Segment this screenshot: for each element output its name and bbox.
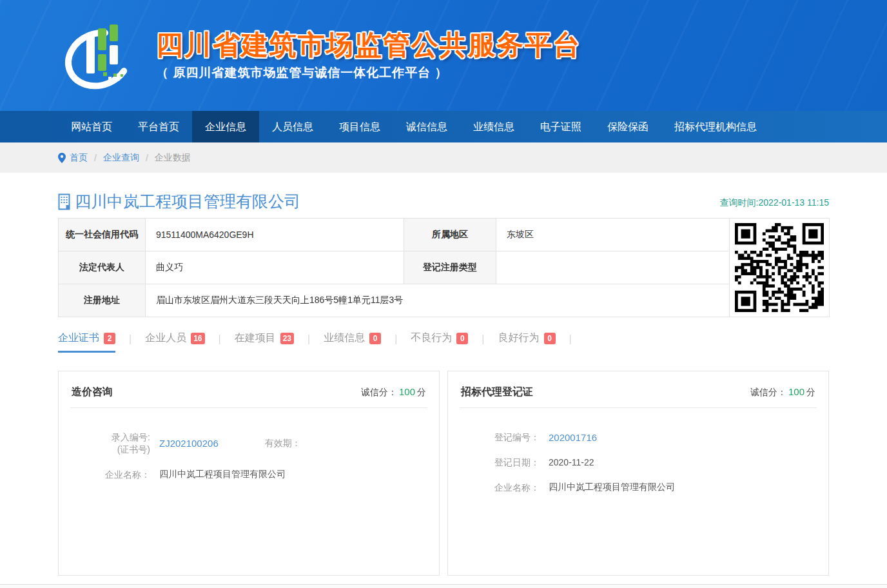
- tab-separator: |: [219, 331, 221, 347]
- breadcrumb-enterprise-query-link[interactable]: 企业查询: [103, 152, 139, 164]
- tab-separator: |: [569, 331, 572, 347]
- nav-item-personnel-info[interactable]: 人员信息: [259, 111, 326, 142]
- count-badge: 0: [456, 333, 468, 344]
- address-value: 眉山市东坡区眉州大道东三段天天向上186号5幢1单元11层3号: [146, 284, 730, 317]
- qr-code-cell: [730, 219, 830, 317]
- address-label: 注册地址: [59, 284, 146, 317]
- validity-label: 有效期：: [265, 437, 301, 449]
- count-badge: 16: [191, 333, 204, 344]
- region-label: 所属地区: [404, 219, 496, 251]
- main-content: 四川中岚工程项目管理有限公司 查询时间:2022-01-13 11:15 统一社…: [58, 191, 829, 576]
- nav-item-bidding-agency-info[interactable]: 招标代理机构信息: [661, 111, 770, 142]
- detail-tabs: 企业证书 2 | 企业人员 16 | 在建项目 23 | 业绩信息 0 | 不良…: [58, 331, 829, 353]
- breadcrumb: 首页 / 企业查询 / 企业数据: [0, 142, 887, 173]
- table-row: 法定代表人 曲义巧 登记注册类型: [59, 251, 830, 284]
- region-value: 东坡区: [496, 219, 730, 251]
- tab-separator: |: [395, 331, 397, 347]
- registration-date-label: 登记日期：: [478, 456, 540, 469]
- tab-enterprise-personnel[interactable]: 企业人员 16: [145, 331, 204, 353]
- tab-performance-info[interactable]: 业绩信息 0: [324, 331, 381, 353]
- credit-score: 诚信分：100分: [750, 386, 815, 398]
- count-badge: 0: [544, 333, 556, 344]
- registration-number-link[interactable]: 202001716: [549, 432, 597, 443]
- tab-projects-under-construction[interactable]: 在建项目 23: [235, 331, 294, 353]
- credit-code-label: 统一社会信用代码: [59, 219, 146, 251]
- nav-item-performance-info[interactable]: 业绩信息: [460, 111, 527, 142]
- breadcrumb-separator: /: [146, 153, 148, 163]
- legal-rep-value: 曲义巧: [146, 251, 404, 284]
- page-footer: [0, 584, 887, 588]
- tab-separator: |: [129, 331, 132, 347]
- tab-enterprise-certificates[interactable]: 企业证书 2: [58, 331, 115, 353]
- count-badge: 23: [280, 333, 294, 344]
- tab-separator: |: [307, 331, 310, 347]
- nav-item-e-certificate[interactable]: 电子证照: [527, 111, 594, 142]
- site-subtitle: （ 原四川省建筑市场监管与诚信一体化工作平台 ）: [156, 64, 581, 81]
- registration-date-value: 2020-11-22: [549, 457, 594, 467]
- query-time: 查询时间:2022-01-13 11:15: [720, 197, 829, 212]
- company-name-label: 企业名称：: [88, 469, 150, 481]
- card-title: 造价咨询: [72, 386, 113, 399]
- company-name-label: 企业名称：: [478, 482, 540, 494]
- table-row: 统一社会信用代码 91511400MA6420GE9H 所属地区 东坡区: [59, 219, 830, 251]
- nav-item-site-home[interactable]: 网站首页: [58, 111, 125, 142]
- breadcrumb-current: 企业数据: [155, 152, 191, 164]
- credit-score: 诚信分：100分: [361, 386, 426, 398]
- nav-item-insurance-guarantee[interactable]: 保险保函: [594, 111, 661, 142]
- nav-item-platform-home[interactable]: 平台首页: [125, 111, 192, 142]
- company-name: 四川中岚工程项目管理有限公司: [75, 191, 300, 212]
- company-name-value: 四川中岚工程项目管理有限公司: [549, 482, 675, 493]
- tab-good-behavior[interactable]: 良好行为 0: [498, 331, 556, 353]
- count-badge: 2: [104, 333, 115, 344]
- platform-logo-icon: [58, 15, 139, 97]
- nav-item-credit-info[interactable]: 诚信信息: [393, 111, 460, 142]
- count-badge: 0: [369, 333, 381, 344]
- registration-number-label: 登记编号：: [478, 431, 540, 444]
- main-nav: 网站首页 平台首页 企业信息 人员信息 项目信息 诚信信息 业绩信息 电子证照 …: [0, 111, 887, 142]
- company-name-value: 四川中岚工程项目管理有限公司: [159, 469, 286, 480]
- site-header: 四川省建筑市场监管公共服务平台 （ 原四川省建筑市场监管与诚信一体化工作平台 ）: [0, 0, 887, 111]
- entry-number-label: 录入编号: (证书号): [88, 431, 150, 456]
- site-title: 四川省建筑市场监管公共服务平台: [156, 31, 581, 59]
- qr-code-image: [735, 223, 824, 312]
- legal-rep-label: 法定代表人: [59, 251, 146, 284]
- card-bidding-agency-registration: 招标代理登记证 诚信分：100分 登记编号： 202001716 登记日期： 2…: [447, 371, 829, 576]
- credit-code-value: 91511400MA6420GE9H: [146, 219, 404, 251]
- nav-item-enterprise-info[interactable]: 企业信息: [192, 111, 259, 142]
- breadcrumb-separator: /: [94, 153, 97, 163]
- breadcrumb-home-link[interactable]: 首页: [70, 152, 88, 164]
- card-title: 招标代理登记证: [461, 386, 533, 399]
- table-row: 注册地址 眉山市东坡区眉州大道东三段天天向上186号5幢1单元11层3号: [59, 284, 830, 317]
- entry-number-link[interactable]: ZJ202100206: [159, 438, 219, 449]
- building-icon: [58, 193, 72, 210]
- card-cost-consulting: 造价咨询 诚信分：100分 录入编号: (证书号) ZJ202100206 有效…: [58, 371, 440, 576]
- tab-bad-behavior[interactable]: 不良行为 0: [411, 331, 468, 353]
- reg-type-label: 登记注册类型: [404, 251, 496, 284]
- tab-separator: |: [482, 331, 484, 347]
- nav-item-project-info[interactable]: 项目信息: [326, 111, 393, 142]
- company-info-table: 统一社会信用代码 91511400MA6420GE9H 所属地区 东坡区 法定代…: [58, 218, 830, 317]
- company-title: 四川中岚工程项目管理有限公司: [58, 191, 300, 212]
- reg-type-value: [496, 251, 730, 284]
- location-pin-icon: [58, 153, 66, 163]
